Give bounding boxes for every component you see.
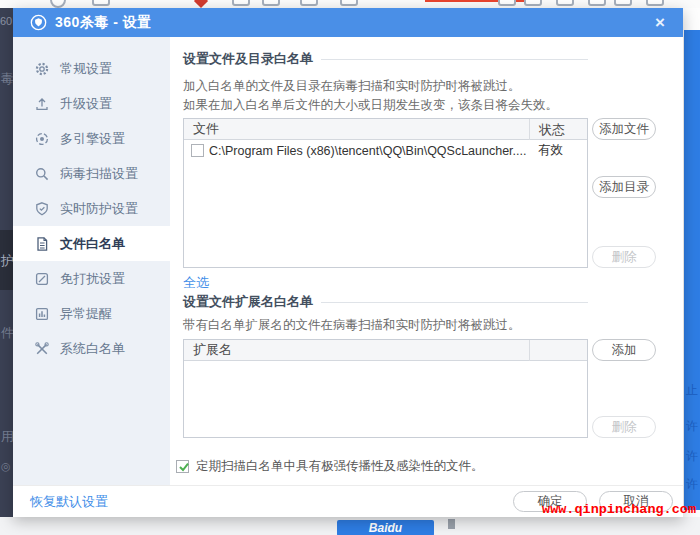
add-directory-button[interactable]: 添加目录	[592, 176, 656, 198]
upload-icon	[34, 96, 50, 112]
sidebar-item-label: 多引擎设置	[60, 130, 125, 148]
restore-defaults-link[interactable]: 恢复默认设置	[30, 493, 108, 511]
table-row[interactable]: C:\Program Files (x86)\tencent\QQ\Bin\QQ…	[184, 140, 587, 161]
sidebar-item-label: 实时防护设置	[60, 200, 138, 218]
ext-group-title: 设置文件扩展名白名单	[183, 293, 313, 311]
file-group-title: 设置文件及目录白名单	[183, 50, 313, 68]
title-bar[interactable]: 360杀毒 - 设置 ×	[13, 8, 683, 37]
file-group-desc-2: 如果在加入白名单后文件的大小或日期发生改变，该条目将会失效。	[183, 97, 558, 114]
sidebar-item-upgrade[interactable]: 升级设置	[13, 86, 170, 121]
file-whitelist-panel: 设置文件及目录白名单 加入白名单的文件及目录在病毒扫描和实时防护时将被跳过。 如…	[170, 37, 683, 485]
shield-icon	[34, 201, 50, 217]
file-group-desc-1: 加入白名单的文件及目录在病毒扫描和实时防护时将被跳过。	[183, 78, 521, 95]
background-icon	[194, 0, 208, 8]
background-text-fragment: 件	[1, 324, 13, 342]
extension-whitelist-table[interactable]: 扩展名	[183, 339, 588, 438]
select-all-link[interactable]: 全选	[183, 274, 209, 292]
background-text-fragment: 许	[686, 448, 698, 465]
background-icon	[448, 519, 455, 529]
background-icon	[232, 0, 250, 6]
background-icon	[340, 0, 358, 6]
background-icon	[300, 0, 318, 6]
sidebar-item-label: 异常提醒	[60, 305, 112, 323]
sidebar-item-label: 病毒扫描设置	[60, 165, 138, 183]
check-icon	[177, 460, 191, 474]
settings-sidebar: 常规设置 升级设置 多引擎设置 病毒扫描设置	[13, 37, 170, 485]
background-text-fragment: 毒	[1, 70, 13, 88]
background-icon	[92, 0, 110, 6]
mute-icon	[34, 271, 50, 287]
background-icon	[498, 0, 516, 6]
sidebar-item-do-not-disturb[interactable]: 免打扰设置	[13, 261, 170, 296]
background-text-fragment: 止	[686, 382, 698, 399]
background-icon	[262, 0, 280, 6]
wrench-icon	[34, 341, 50, 357]
sidebar-item-system-whitelist[interactable]: 系统白名单	[13, 331, 170, 366]
column-header-status: 状态	[529, 119, 587, 140]
table-header: 文件 状态	[184, 119, 587, 140]
file-cell: C:\Program Files (x86)\tencent\QQ\Bin\QQ…	[184, 144, 529, 158]
dialog-body: 常规设置 升级设置 多引擎设置 病毒扫描设置	[13, 37, 683, 485]
gear-icon	[34, 61, 50, 77]
delete-file-button[interactable]: 删除	[592, 246, 656, 268]
column-header-extension: 扩展名	[184, 341, 232, 359]
window-title: 360杀毒 - 设置	[55, 14, 152, 32]
sidebar-item-abnormal-alert[interactable]: 异常提醒	[13, 296, 170, 331]
search-icon	[34, 166, 50, 182]
background-icon	[588, 0, 606, 6]
sidebar-item-label: 文件白名单	[60, 235, 125, 253]
sidebar-item-label: 升级设置	[60, 95, 112, 113]
periodic-scan-label: 定期扫描白名单中具有极强传播性及感染性的文件。	[196, 458, 484, 475]
desktop-bottom-strip: Baidu	[0, 517, 700, 535]
divider	[321, 302, 588, 303]
background-icon	[614, 0, 632, 6]
table-header: 扩展名	[184, 340, 587, 361]
background-blue-panel: 止 许 许 许	[684, 30, 700, 510]
add-extension-button[interactable]: 添加	[592, 339, 656, 361]
column-header-empty	[529, 340, 587, 361]
background-text-fragment: 用	[1, 428, 13, 446]
divider	[321, 59, 588, 60]
sidebar-item-realtime-protection[interactable]: 实时防护设置	[13, 191, 170, 226]
column-header-file: 文件	[184, 120, 219, 138]
sidebar-item-label: 常规设置	[60, 60, 112, 78]
row-checkbox[interactable]	[191, 144, 204, 157]
sidebar-item-multi-engine[interactable]: 多引擎设置	[13, 121, 170, 156]
ext-group-desc: 带有白名单扩展名的文件在病毒扫描和实时防护时将被跳过。	[183, 317, 521, 334]
app-shield-icon	[30, 14, 47, 31]
sidebar-item-virus-scan[interactable]: 病毒扫描设置	[13, 156, 170, 191]
background-icon	[556, 0, 574, 6]
ext-group-header: 设置文件扩展名白名单	[183, 293, 588, 311]
chart-icon	[34, 306, 50, 322]
sidebar-item-label: 免打扰设置	[60, 270, 125, 288]
engine-icon	[34, 131, 50, 147]
sidebar-item-general[interactable]: 常规设置	[13, 51, 170, 86]
status-cell: 有效	[529, 142, 587, 159]
sidebar-item-label: 系统白名单	[60, 340, 125, 358]
watermark: www.qinpinchang.com	[542, 502, 696, 517]
background-text-fragment: 许	[686, 418, 698, 435]
background-app-sidebar: 60 毒 护 件 用 ◎	[0, 8, 13, 517]
background-icon	[646, 0, 664, 6]
baidu-logo: Baidu	[337, 520, 434, 535]
file-path: C:\Program Files (x86)\tencent\QQ\Bin\QQ…	[209, 144, 527, 158]
background-text-fragment: 许	[686, 476, 698, 493]
add-file-button[interactable]: 添加文件	[592, 118, 656, 140]
delete-extension-button[interactable]: 删除	[592, 416, 656, 438]
background-text-fragment: 60	[0, 15, 12, 27]
background-text-fragment: 护	[1, 252, 13, 270]
file-whitelist-table[interactable]: 文件 状态 C:\Program Files (x86)\tencent\QQ\…	[183, 118, 588, 268]
background-icon	[50, 0, 66, 8]
settings-dialog: 360杀毒 - 设置 × 常规设置 升级设置	[13, 8, 683, 517]
sidebar-item-file-whitelist[interactable]: 文件白名单	[13, 226, 170, 261]
periodic-scan-row[interactable]: 定期扫描白名单中具有极强传播性及感染性的文件。	[176, 458, 484, 475]
desktop-top-strip	[0, 0, 700, 8]
file-group-header: 设置文件及目录白名单	[183, 50, 588, 68]
background-active-item: 护	[0, 230, 13, 290]
file-icon	[34, 236, 50, 252]
close-icon[interactable]: ×	[647, 10, 673, 36]
periodic-scan-checkbox[interactable]	[176, 460, 189, 473]
background-icon	[524, 0, 542, 6]
